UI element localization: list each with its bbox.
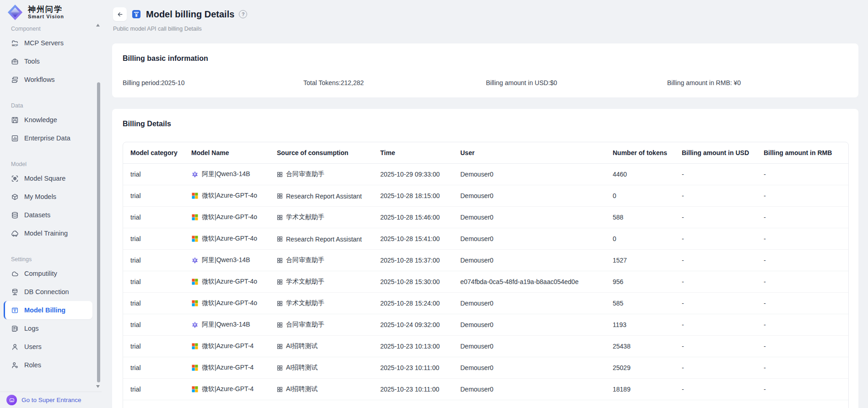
- column-header-billing-amount-in-usd: Billing amount in USD: [682, 142, 764, 164]
- sidebar-item-db-connection[interactable]: DB Connection: [0, 283, 95, 301]
- sidebar-item-datasets[interactable]: Datasets: [0, 206, 95, 224]
- sidebar-section-label-settings: Settings: [0, 254, 95, 264]
- cell-tokens: 0: [613, 185, 682, 207]
- model-name-text: 阿里|Qwen3-14B: [202, 321, 250, 329]
- cell-time: 2025-10-23 10:13:00: [380, 336, 460, 357]
- cell-user: Demouser0: [460, 357, 613, 379]
- cell-usd: -: [682, 207, 764, 228]
- back-button[interactable]: [113, 7, 127, 21]
- help-icon[interactable]: ?: [239, 10, 247, 18]
- cell-rmb: -: [764, 250, 848, 271]
- super-entrance-link[interactable]: Go to Super Entrance: [0, 392, 102, 408]
- qwen-icon: [191, 171, 199, 178]
- brand-name-cn: 神州问学: [28, 5, 64, 14]
- sidebar-item-model-training[interactable]: Model Training: [0, 224, 95, 242]
- basic-info-title: Billing basic information: [112, 43, 858, 63]
- qwen-icon: [191, 257, 199, 264]
- super-entrance-label: Go to Super Entrance: [22, 397, 81, 403]
- billing-page-icon: ¥: [131, 9, 141, 19]
- sidebar-item-tools[interactable]: Tools: [0, 52, 95, 70]
- cell-model-name: 微软|Azure-GPT-4o: [191, 207, 277, 228]
- main-content: ¥ Model billing Details ? Public model A…: [102, 0, 868, 408]
- table-header-row: Model categoryModel NameSource of consum…: [123, 142, 848, 164]
- sidebar-item-label: Model Square: [24, 175, 65, 182]
- cell-tokens: 25029: [613, 357, 682, 379]
- sidebar-section-label-component: Component: [0, 24, 95, 34]
- table-row: trial阿里|Qwen3-14B合同审查助手2025-10-29 09:33:…: [123, 164, 848, 185]
- scrollbar-up-arrow[interactable]: [96, 24, 100, 27]
- microsoft-icon: [191, 364, 199, 371]
- cell-user: Demouser0: [460, 164, 613, 185]
- roles-icon: [11, 361, 19, 369]
- cell-usd: -: [682, 250, 764, 271]
- microsoft-icon: [191, 214, 199, 221]
- table-row: trial微软|Azure-GPT-4o学术文献助手2025-10-28 15:…: [123, 271, 848, 293]
- cell-time: 2025-10-24 09:32:00: [380, 314, 460, 336]
- sidebar-item-model-billing[interactable]: ¥Model Billing: [4, 301, 92, 319]
- sidebar-item-computility[interactable]: Computility: [0, 264, 95, 283]
- microsoft-icon: [191, 235, 199, 242]
- page-title: Model billing Details: [146, 9, 234, 20]
- cell-model-category: trial: [123, 164, 191, 185]
- model-name-text: 微软|Azure-GPT-4: [202, 364, 253, 372]
- cell-model-name: 阿里|Qwen3-14B: [191, 250, 277, 271]
- sidebar: 神州问学 Smart Vision ComponentMCPMCP Server…: [0, 0, 102, 408]
- cell-model-name: 微软|Azure-GPT-4o: [191, 271, 277, 293]
- page-header: ¥ Model billing Details ?: [102, 0, 868, 21]
- sidebar-item-mcp-servers[interactable]: MCPMCP Servers: [0, 34, 95, 52]
- source-text: 合同审查助手: [286, 170, 324, 178]
- cell-model-category: trial: [123, 379, 191, 400]
- cell-usd: -: [682, 314, 764, 336]
- source-text: 合同审查助手: [286, 321, 324, 329]
- qwen-icon: [191, 321, 199, 328]
- microsoft-icon: [191, 192, 199, 199]
- source-text: 学术文献助手: [286, 299, 324, 307]
- sidebar-item-knowledge[interactable]: Knowledge: [0, 111, 95, 129]
- table-row: trial阿里|Qwen3-14B合同审查助手2025-10-24 09:32:…: [123, 314, 848, 336]
- cell-model-name: 阿里|Qwen3-14B: [191, 164, 277, 185]
- sidebar-item-model-square[interactable]: Model Square: [0, 169, 95, 188]
- cell-time: 2025-10-28 15:30:00: [380, 271, 460, 293]
- sidebar-item-users[interactable]: Users: [0, 338, 95, 356]
- sidebar-item-label: Workflows: [24, 76, 55, 83]
- sidebar-item-label: Model Training: [24, 230, 68, 237]
- table-row: trial微软|Azure-GPT-4o学术文献助手2025-10-28 15:…: [123, 207, 848, 228]
- cell-usd: -: [682, 271, 764, 293]
- scrollbar-down-arrow[interactable]: [96, 385, 100, 388]
- page-subtitle: Public model API call billing Details: [102, 21, 868, 32]
- cell-rmb: [764, 400, 848, 408]
- cell-rmb: -: [764, 336, 848, 357]
- source-text: Research Report Assistant: [286, 193, 362, 200]
- cell-source: [277, 400, 380, 408]
- app-grid-icon: [277, 387, 283, 392]
- source-text: 学术文献助手: [286, 213, 324, 221]
- model-name-text: 阿里|Qwen3-14B: [202, 256, 250, 264]
- cell-time: 2025-10-28 15:37:00: [380, 250, 460, 271]
- svg-text:¥: ¥: [135, 13, 138, 18]
- sidebar-item-logs[interactable]: Logs: [0, 319, 95, 338]
- sidebar-item-roles[interactable]: Roles: [0, 356, 95, 374]
- cell-model-category: trial: [123, 250, 191, 271]
- stat-usd-amount: Billing amount in USD:$0: [486, 79, 557, 86]
- app-grid-icon: [277, 279, 283, 285]
- table-row: trial微软|Azure-GPT-4oResearch Report Assi…: [123, 185, 848, 207]
- cell-tokens: 1527: [613, 250, 682, 271]
- cell-time: [380, 400, 460, 408]
- table-row: trial微软|Azure-GPT-4o学术文献助手2025-10-28 15:…: [123, 293, 848, 314]
- sidebar-item-workflows[interactable]: Workflows: [0, 70, 95, 89]
- column-header-model-category: Model category: [123, 142, 191, 164]
- cell-rmb: -: [764, 357, 848, 379]
- sidebar-item-label: Tools: [24, 58, 40, 65]
- cell-user: Demouser0: [460, 293, 613, 314]
- sidebar-item-label: Computility: [24, 270, 57, 277]
- source-text: AI招聘测试: [286, 385, 318, 393]
- sidebar-scrollbar[interactable]: [97, 82, 100, 382]
- cell-source: AI招聘测试: [277, 357, 380, 379]
- model-name-text: 阿里|Qwen3-14B: [202, 170, 250, 178]
- source-text: AI招聘测试: [286, 364, 318, 372]
- sidebar-section-label-data: Data: [0, 101, 95, 111]
- sidebar-item-my-models[interactable]: My Models: [0, 188, 95, 206]
- cell-time: 2025-10-28 15:46:00: [380, 207, 460, 228]
- sidebar-item-enterprise-data[interactable]: Enterprise Data: [0, 129, 95, 147]
- app-grid-icon: [277, 301, 283, 306]
